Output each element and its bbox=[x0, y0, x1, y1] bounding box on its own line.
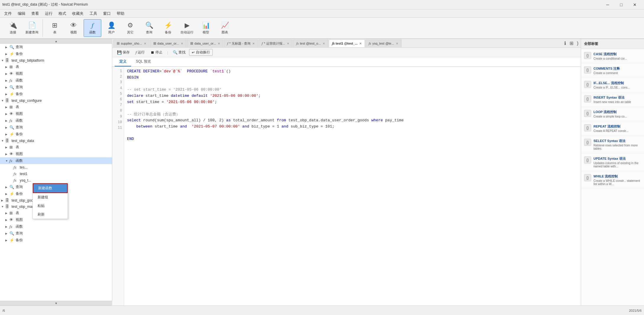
tab-define[interactable]: 定义 bbox=[115, 57, 131, 66]
find-button[interactable]: 🔍 查找 bbox=[170, 49, 188, 56]
sidebar-item-18[interactable]: 𝑓𝑥 tes... bbox=[0, 164, 112, 171]
toolbar-btn-图表[interactable]: 📈图表 bbox=[216, 19, 234, 37]
context-menu: 新建函数新建组粘贴刷新 bbox=[32, 183, 68, 219]
tab-item-3[interactable]: 𝑓* 无标题 - 查询✕ bbox=[224, 40, 258, 47]
auto-wrap-button[interactable]: ↵ 自动换行 bbox=[189, 49, 213, 56]
tab-item-0[interactable]: ⊞supplier_sho...✕ bbox=[113, 40, 149, 47]
context-menu-item-1[interactable]: 新建组 bbox=[33, 193, 68, 202]
minimize-button[interactable]: ─ bbox=[601, 0, 614, 9]
sidebar-item-8[interactable]: ▼ 🗄 test_obp_configure bbox=[0, 97, 112, 104]
menu-item-窗口[interactable]: 窗口 bbox=[100, 10, 114, 17]
tab-item-6[interactable]: 𝑓𝑥test1 @test_...✕ bbox=[329, 40, 365, 47]
sidebar-item-28[interactable]: ▶ 🔍 查询 bbox=[0, 230, 112, 237]
sidebar-scroll-down[interactable]: ▼ bbox=[0, 301, 112, 306]
sidebar-icon-14: 🗄 bbox=[5, 138, 11, 143]
sidebar-item-13[interactable]: ▶ ⚡ 备份 bbox=[0, 131, 112, 138]
sidebar-item-5[interactable]: ▶ 𝑓𝑥 函数 bbox=[0, 77, 112, 84]
sidebar-item-1[interactable]: ▶ ⚡ 备份 bbox=[0, 50, 112, 57]
save-button[interactable]: 💾 保存 bbox=[115, 49, 132, 56]
menu-item-帮助[interactable]: 帮助 bbox=[114, 10, 127, 17]
action-bar: 💾 保存 𝑓 运行 ⏹ 停止 | 🔍 查找 ↵ 自动换行 bbox=[112, 48, 581, 57]
window-controls: ─ □ ✕ bbox=[601, 0, 642, 9]
tab-info-button[interactable]: ℹ bbox=[563, 40, 567, 47]
status-right: 2021/5/6 bbox=[629, 309, 642, 312]
sidebar-item-9[interactable]: ▶ ⊞ 表 bbox=[0, 104, 112, 110]
tab-item-1[interactable]: ⊞data_user_or...✕ bbox=[150, 40, 186, 47]
sidebar-item-27[interactable]: ▶ 𝑓𝑥 函数 bbox=[0, 223, 112, 230]
snippet-item-8[interactable]: {} WHILE 流程控制 Create a WHILE constr... s… bbox=[581, 171, 644, 189]
menu-item-查看[interactable]: 查看 bbox=[28, 10, 42, 17]
sidebar-item-15[interactable]: ▶ ⊞ 表 bbox=[0, 144, 112, 151]
snippet-item-7[interactable]: {} UPDATE Syntax 语法 Updates columns of e… bbox=[581, 154, 644, 171]
menu-item-收藏夹[interactable]: 收藏夹 bbox=[69, 10, 87, 17]
tab-item-4[interactable]: 𝑓* 运营统计报...✕ bbox=[258, 40, 292, 47]
sidebar-icon-10: 👁 bbox=[9, 112, 15, 116]
sidebar-item-6[interactable]: ▶ 🔍 查询 bbox=[0, 84, 112, 91]
sidebar-item-29[interactable]: ▶ ⚡ 备份 bbox=[0, 237, 112, 244]
code-editor[interactable]: 1234567891011 CREATE DEFINER=`dev`@`%` P… bbox=[112, 67, 581, 306]
sidebar-item-2[interactable]: ▼ 🗄 test_obp_billplatform bbox=[0, 57, 112, 63]
toolbar-btn-视图[interactable]: 👁视图 bbox=[65, 19, 82, 37]
snippet-desc-8: Create a WHILE constr... statement list … bbox=[593, 179, 641, 186]
run-button[interactable]: 𝑓 运行 bbox=[133, 49, 147, 56]
toolbar-btn-连接[interactable]: 🔌连接 bbox=[4, 19, 22, 37]
toolbar-icon-自动运行: ▶ bbox=[185, 22, 190, 29]
tab-item-2[interactable]: ⊞data_user_or...✕ bbox=[187, 40, 223, 47]
sidebar-item-10[interactable]: ▶ 👁 视图 bbox=[0, 110, 112, 117]
menu-item-运行[interactable]: 运行 bbox=[42, 10, 56, 17]
toolbar-btn-自动运行[interactable]: ▶自动运行 bbox=[178, 19, 196, 37]
tab-close-button[interactable]: ) bbox=[576, 40, 580, 47]
toolbar-icon-查询: 🔍 bbox=[145, 22, 153, 29]
sidebar-icon-20: 𝑓𝑥 bbox=[14, 178, 19, 183]
menu-item-文件[interactable]: 文件 bbox=[1, 10, 15, 17]
toolbar-btn-函数[interactable]: 𝑓函数 bbox=[84, 19, 101, 37]
toolbar-btn-新建查询[interactable]: 📄新建查询 bbox=[23, 19, 41, 37]
toolbar-icon-备份: ⚡ bbox=[164, 22, 172, 29]
tab-grid-button[interactable]: ⊞ bbox=[568, 40, 575, 47]
sidebar-item-19[interactable]: 𝑓𝑥 test1 bbox=[0, 171, 112, 177]
snippet-item-4[interactable]: {} LOOP 流程控制 Create a simple loop co... bbox=[581, 107, 644, 121]
sidebar-icon-29: ⚡ bbox=[9, 238, 15, 242]
sidebar-scroll-up[interactable]: ▲ bbox=[0, 39, 112, 44]
menu-item-编辑[interactable]: 编辑 bbox=[15, 10, 28, 17]
sidebar-item-12[interactable]: ▶ 🔍 查询 bbox=[0, 124, 112, 131]
stop-button[interactable]: ⏹ 停止 bbox=[148, 49, 165, 56]
snippet-item-1[interactable]: {} COMMENTS 注释 Create a comment bbox=[581, 63, 644, 78]
menu-bar: 文件编辑查看运行格式收藏夹工具窗口帮助 bbox=[0, 9, 644, 18]
sidebar-item-0[interactable]: ▶ 🔍 查询 bbox=[0, 44, 112, 50]
close-button[interactable]: ✕ bbox=[628, 0, 642, 9]
sidebar-item-17[interactable]: ▼ 𝑓𝑥 函数 bbox=[0, 157, 112, 164]
maximize-button[interactable]: □ bbox=[614, 0, 628, 9]
snippet-item-0[interactable]: {} CASE 流程控制 Create a conditional cor... bbox=[581, 49, 644, 63]
context-menu-item-0[interactable]: 新建函数 bbox=[33, 183, 68, 193]
context-menu-item-3[interactable]: 刷新 bbox=[33, 210, 68, 219]
sidebar-item-16[interactable]: ▶ 👁 视图 bbox=[0, 151, 112, 157]
sidebar-item-14[interactable]: ▼ 🗄 test_obp_data bbox=[0, 138, 112, 144]
menu-item-工具[interactable]: 工具 bbox=[87, 10, 100, 17]
context-menu-item-2[interactable]: 粘贴 bbox=[33, 202, 68, 210]
tab-sql-preview[interactable]: SQL 预览 bbox=[131, 57, 156, 66]
sidebar-item-7[interactable]: ▶ ⚡ 备份 bbox=[0, 91, 112, 97]
snippet-item-6[interactable]: {} SELECT Syntax 语法 Retrieve rows select… bbox=[581, 136, 644, 154]
menu-item-格式[interactable]: 格式 bbox=[56, 10, 69, 17]
toolbar-btn-表[interactable]: ⊞表 bbox=[46, 19, 64, 37]
snippet-desc-7: Updates columns of existing in the named… bbox=[593, 161, 641, 168]
toolbar-btn-模型[interactable]: 📊模型 bbox=[197, 19, 215, 37]
tab-item-7[interactable]: 𝑓𝑥ysq_test @te...✕ bbox=[365, 40, 401, 47]
snippet-item-5[interactable]: {} REPEAT 流程控制 Create A REPEAT constr... bbox=[581, 121, 644, 136]
toolbar-btn-备份[interactable]: ⚡备份 bbox=[159, 19, 177, 37]
code-content[interactable]: CREATE DEFINER=`dev`@`%` PROCEDURE `test… bbox=[124, 67, 581, 306]
sidebar-item-11[interactable]: ▶ 𝑓𝑥 函数 bbox=[0, 117, 112, 124]
toolbar-btn-用户[interactable]: 👤用户 bbox=[103, 19, 120, 37]
snippet-item-3[interactable]: {} INSERT Syntax 语法 Insert new rows into… bbox=[581, 92, 644, 107]
code-line-10 bbox=[127, 130, 578, 136]
tab-item-5[interactable]: 𝑓𝑥test @test_o...✕ bbox=[293, 40, 328, 47]
snippet-item-2[interactable]: {} IF...ELSE... 流程控制 Create a IF...ELSE.… bbox=[581, 78, 644, 92]
sidebar-item-20[interactable]: 𝑓𝑥 ysq_t... bbox=[0, 177, 112, 184]
toolbar-btn-其它[interactable]: ⚙其它 bbox=[121, 19, 139, 37]
code-line-4: -- set start_time = '2021-05-06 00:00:00… bbox=[127, 87, 578, 93]
toolbar-btn-查询[interactable]: 🔍查询 bbox=[140, 19, 158, 37]
sidebar-item-4[interactable]: ▶ 👁 视图 bbox=[0, 70, 112, 77]
sidebar-icon-27: 𝑓𝑥 bbox=[9, 224, 15, 229]
sidebar-item-3[interactable]: ▶ ⊞ 表 bbox=[0, 63, 112, 70]
